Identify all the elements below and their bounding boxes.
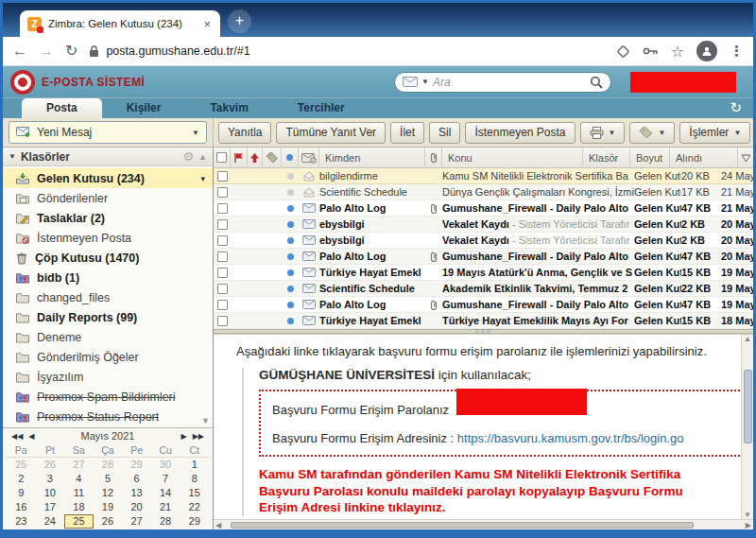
folders-header[interactable]: ▼ Klasörler ⚙ ▲	[3, 148, 213, 166]
search-bar[interactable]: ▼ Ara	[394, 72, 611, 93]
calendar-date-4[interactable]: 4	[151, 529, 180, 529]
row-checkbox[interactable]	[214, 268, 231, 278]
calendar-date-27[interactable]: 27	[64, 458, 94, 472]
folders-collapse-caret-icon[interactable]: ▼	[9, 152, 16, 161]
sil-button[interactable]: Sil	[429, 122, 460, 144]
calendar-date-3[interactable]: 3	[36, 472, 65, 486]
flag-column-header[interactable]	[231, 148, 248, 167]
sidebar-scroll-down-icon[interactable]: ▼	[201, 416, 210, 425]
row-checkbox[interactable]	[214, 316, 231, 326]
read-status-dot[interactable]	[282, 286, 299, 292]
calendar-date-3[interactable]: 3	[122, 529, 151, 529]
sidebar-folder-proxmox-status-report[interactable]: Proxmox Status Report	[3, 407, 213, 426]
calendar-date-16[interactable]: 16	[7, 500, 36, 514]
calendar-date-10[interactable]: 10	[36, 486, 65, 500]
mail-row[interactable]: ebysbilgi Vekalet Kaydı - Sistem Yönetic…	[214, 233, 753, 249]
sidebar-folder-bidb-1[interactable]: bidb (1)	[3, 268, 213, 287]
mail-row[interactable]: Scientific Schedule Dünya Gençlik Çalışm…	[214, 184, 753, 200]
sidebar-folder-g-nderilmi-eler[interactable]: Gönderilmiş Öğeler	[3, 347, 213, 367]
calendar-date-1[interactable]: 1	[180, 458, 209, 472]
calendar-date-4[interactable]: 4	[64, 472, 94, 486]
from-column-header[interactable]: Kimden	[319, 148, 425, 167]
calendar-date-28[interactable]: 28	[94, 458, 123, 472]
calendar-date-26[interactable]: 26	[36, 458, 65, 472]
calendar-date-15[interactable]: 15	[180, 486, 209, 500]
row-checkbox[interactable]	[214, 235, 231, 246]
calendar-date-7[interactable]: 7	[151, 472, 180, 486]
hscroll-right-icon[interactable]: ▶	[746, 521, 751, 529]
read-status-dot[interactable]	[282, 269, 299, 276]
read-status-dot[interactable]	[282, 302, 299, 308]
read-status-dot[interactable]	[282, 318, 299, 324]
calendar-next-year-icon[interactable]: ▶▶	[190, 432, 207, 441]
calendar-date-20[interactable]: 20	[122, 500, 151, 514]
tab-ki-iler[interactable]: Kişiler	[102, 98, 186, 118]
new-message-caret-icon[interactable]: ▼	[192, 129, 199, 137]
read-status-dot[interactable]	[282, 253, 299, 260]
hscroll-thumb[interactable]	[231, 522, 694, 529]
tab-tercihler[interactable]: Tercihler	[273, 98, 369, 118]
sidebar-folder-p-kutusu-1470[interactable]: Çöp Kutusu (1470)	[3, 248, 213, 268]
row-checkbox[interactable]	[214, 187, 231, 198]
size-column-header[interactable]: Boyut	[630, 148, 670, 167]
row-checkbox[interactable]	[214, 284, 231, 294]
attachment-column-header[interactable]	[425, 148, 442, 167]
mail-row[interactable]: Türkiye Hayat Emekl Türkiye Hayat Emekli…	[214, 313, 753, 329]
actions-button[interactable]: İşlemler ▼	[679, 122, 750, 144]
back-icon[interactable]: ←	[12, 43, 27, 59]
hscroll-left-icon[interactable]: ◀	[215, 521, 221, 529]
calendar-date-27[interactable]: 27	[122, 514, 151, 529]
reading-scroll-down-icon[interactable]: ▼	[744, 511, 751, 519]
read-status-dot[interactable]	[282, 237, 299, 244]
calendar-prev-year-icon[interactable]: ◀◀	[9, 432, 26, 441]
row-checkbox[interactable]	[214, 219, 231, 230]
select-all-checkbox[interactable]	[214, 148, 231, 167]
sidebar-folder-changed-files[interactable]: changed_files	[3, 287, 213, 307]
calendar-date-19[interactable]: 19	[94, 500, 123, 514]
calendar-date-17[interactable]: 17	[36, 500, 65, 514]
profile-avatar[interactable]	[696, 41, 717, 61]
mail-row[interactable]: Palo Alto Log Gumushane_Firewall - Daily…	[214, 297, 753, 313]
calendar-date-1[interactable]: 1	[64, 529, 94, 529]
tab-posta[interactable]: Posta	[22, 98, 102, 118]
calendar-date-22[interactable]: 22	[180, 500, 209, 514]
sidebar-folder-proxmox-spam-bildirimleri[interactable]: Proxmox Spam Bildirimleri	[3, 387, 213, 407]
calendar-date-14[interactable]: 14	[151, 486, 180, 500]
tag-column-header[interactable]	[263, 148, 282, 167]
calendar-date-12[interactable]: 12	[94, 486, 123, 500]
tab-takvim[interactable]: Takvim	[185, 98, 272, 118]
from-type-column-header[interactable]	[299, 148, 319, 167]
mail-row[interactable]: bilgilendirme Kamu SM Nitelikli Elektron…	[214, 168, 753, 184]
sidebar-folder-g-nderilenler[interactable]: Gönderilenler	[3, 188, 213, 208]
calendar-date-30[interactable]: 30	[151, 458, 180, 472]
read-status-dot[interactable]	[282, 221, 299, 228]
calendar-date-21[interactable]: 21	[151, 500, 180, 514]
calendar-date-6[interactable]: 6	[122, 472, 151, 486]
calendar-date-13[interactable]: 13	[122, 486, 151, 500]
key-icon[interactable]	[643, 46, 659, 56]
reload-icon[interactable]: ↻	[65, 43, 77, 59]
close-tab-icon[interactable]: ×	[201, 17, 213, 31]
refresh-icon[interactable]: ↻	[730, 99, 742, 116]
gear-icon[interactable]: ⚙	[182, 149, 194, 164]
calendar-date-25[interactable]: 25	[7, 458, 36, 472]
reading-vscrollbar[interactable]: ▲ ▼	[741, 335, 753, 519]
calendar-date-2[interactable]: 2	[94, 529, 123, 529]
sidebar-scroll-up-icon[interactable]: ▲	[198, 152, 207, 162]
new-tab-button[interactable]: +	[228, 9, 251, 33]
calendar-date-31[interactable]: 31	[36, 529, 65, 529]
calendar-date-25[interactable]: 25	[64, 514, 94, 529]
status-column-header[interactable]	[282, 148, 299, 167]
browser-tab[interactable]: Z Zimbra: Gelen Kutusu (234) ×	[20, 10, 220, 37]
search-scope-caret-icon[interactable]: ▼	[421, 78, 429, 86]
address-bar[interactable]: posta.gumushane.edu.tr/#1	[89, 44, 604, 58]
mail-row[interactable]: Türkiye Hayat Emekl 19 Mayıs Atatürk'ü A…	[214, 265, 753, 281]
reading-scroll-thumb[interactable]	[744, 370, 752, 443]
sidebar-folder-gelen-kutusu-234[interactable]: Gelen Kutusu (234) ▾	[3, 168, 213, 188]
calendar-next-month-icon[interactable]: ▶	[179, 432, 190, 441]
calendar-date-28[interactable]: 28	[151, 514, 180, 529]
sidebar-folder-daily-reports-99[interactable]: Daily Reports (99)	[3, 307, 213, 327]
sidebar-folder-i-stenmeyen-posta[interactable]: İstenmeyen Posta	[3, 228, 213, 248]
yan-tla-button[interactable]: Yanıtla	[218, 122, 271, 144]
print-button[interactable]: ▼	[580, 122, 626, 144]
